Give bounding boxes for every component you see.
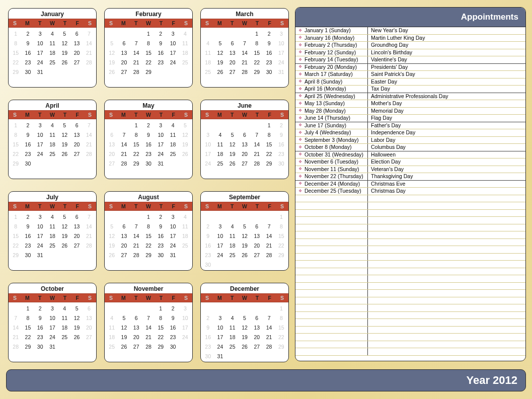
appointment-date-text: January 16 (Monday) — [305, 35, 354, 42]
day-cell: 28 — [263, 252, 275, 258]
appointment-name — [368, 224, 525, 231]
day-cell: 15 — [275, 325, 287, 331]
appointment-name: Election Day — [368, 158, 525, 166]
appointment-date-text: December 24 (Monday) — [305, 181, 360, 188]
dow-cell: T — [251, 294, 263, 302]
day-cell: 17 — [167, 50, 179, 56]
appointment-date — [295, 217, 368, 224]
appointment-date-text: September 3 (Monday) — [305, 137, 358, 144]
dow-cell: F — [71, 202, 84, 210]
month-april: AprilSMTWTFS1234567891011121314151617181… — [8, 100, 97, 179]
day-cell: 4 — [106, 315, 118, 321]
appointment-name — [368, 217, 525, 224]
appointment-date: ❖July 4 (Wednesday) — [295, 129, 368, 136]
appointment-name — [368, 283, 525, 290]
day-cell: 6 — [70, 31, 83, 37]
day-cell: 27 — [226, 69, 239, 75]
appointment-row: ❖April 16 (Monday)Tax Day — [295, 86, 525, 93]
month-title: February — [105, 9, 192, 19]
appointment-name: Labor Day — [368, 137, 525, 144]
dow-row: SMTWTFS — [105, 202, 192, 211]
day-cell: 3 — [167, 31, 179, 37]
day-cell: 20 — [251, 334, 263, 340]
day-cell: 17 — [214, 334, 226, 340]
dow-cell: T — [130, 111, 142, 119]
appointment-row-empty — [295, 217, 525, 224]
appointment-row: ❖February 2 (Thursday)Groundhog Day — [295, 42, 525, 49]
appointment-row: ❖November 22 (Thursday)Thanksgiving Day — [295, 173, 525, 181]
day-cell: 24 — [275, 59, 287, 65]
month-july: JulySMTWTFS12345678910111213141516171819… — [8, 191, 97, 271]
appointment-name — [368, 275, 525, 282]
day-cell: 31 — [167, 252, 179, 258]
dow-cell: T — [155, 294, 167, 302]
day-cell: 17 — [202, 151, 214, 157]
day-cell: 15 — [130, 141, 142, 147]
day-cell: 25 — [202, 69, 214, 75]
appointment-date-text: November 11 (Sunday) — [305, 166, 359, 173]
dow-cell: T — [34, 202, 46, 210]
appointment-name: New Year's Day — [368, 27, 525, 34]
dow-cell: T — [251, 111, 263, 119]
day-cell: 18 — [167, 141, 179, 147]
day-cell: 4 — [202, 40, 214, 46]
day-cell: 9 — [263, 40, 275, 46]
day-cell: 28 — [83, 151, 95, 157]
appointment-date: ❖November 22 (Thursday) — [295, 173, 368, 180]
diamond-bullet-icon: ❖ — [298, 167, 302, 171]
appointment-date — [295, 195, 368, 202]
appointment-date-text: June 17 (Sunday) — [305, 122, 346, 129]
day-cell: 29 — [10, 252, 22, 258]
dow-cell: T — [251, 202, 263, 210]
appointment-date: ❖November 6 (Tuesday) — [295, 158, 368, 166]
day-cell: 8 — [22, 315, 34, 321]
day-cell: 10 — [34, 132, 46, 138]
day-cell: 14 — [239, 50, 251, 56]
day-cell: 3 — [167, 214, 179, 220]
appointment-row: ❖November 11 (Sunday)Veteran's Day — [295, 166, 525, 174]
day-cell: 30 — [34, 344, 46, 350]
days-grid: 1234567891011121314151617181920212223242… — [9, 302, 96, 362]
dow-cell: M — [213, 111, 226, 119]
day-cell: 13 — [106, 141, 118, 147]
day-cell: 11 — [179, 223, 191, 229]
appointment-date-text: October 31 (Wednesday) — [305, 151, 363, 158]
day-cell: 14 — [83, 40, 95, 46]
appointment-row-empty — [295, 319, 525, 327]
day-cell: 19 — [70, 325, 83, 331]
days-grid: 1234567891011121314151617181920212223242… — [201, 302, 288, 362]
appointment-date — [295, 348, 368, 355]
month-title: January — [9, 9, 96, 19]
days-grid: 1234567891011121314151617181920212223242… — [9, 28, 96, 87]
days-grid: 1234567891011121314151617181920212223242… — [105, 211, 192, 270]
dow-cell: S — [180, 294, 192, 302]
appointment-row-empty — [295, 231, 525, 239]
day-cell: 12 — [58, 40, 70, 46]
day-cell: 8 — [10, 132, 22, 138]
appointment-row: ❖September 3 (Monday)Labor Day — [295, 137, 525, 144]
dow-cell: S — [180, 111, 192, 119]
appointment-date: ❖February 2 (Thursday) — [295, 42, 368, 49]
appointment-name: Independence Day — [368, 129, 525, 136]
dow-cell: F — [167, 19, 180, 27]
day-cell: 21 — [130, 59, 142, 65]
day-cell: 16 — [22, 233, 34, 239]
dow-cell: F — [71, 111, 84, 119]
appointment-date — [295, 334, 368, 341]
day-cell: 25 — [179, 243, 191, 249]
day-cell: 15 — [142, 50, 155, 56]
dow-cell: S — [201, 294, 213, 302]
day-cell: 10 — [46, 315, 58, 321]
appointment-row-empty — [295, 224, 525, 232]
day-cell: 5 — [226, 132, 239, 138]
day-cell: 13 — [251, 325, 263, 331]
day-cell: 4 — [167, 122, 179, 128]
day-cell: 16 — [263, 50, 275, 56]
day-cell: 8 — [263, 132, 275, 138]
day-cell: 5 — [239, 223, 251, 229]
appointment-date — [295, 210, 368, 217]
day-cell: 5 — [70, 305, 83, 311]
day-cell: 16 — [142, 141, 155, 147]
dow-cell: T — [155, 19, 167, 27]
appointment-date-text: May 28 (Monday) — [305, 108, 346, 115]
